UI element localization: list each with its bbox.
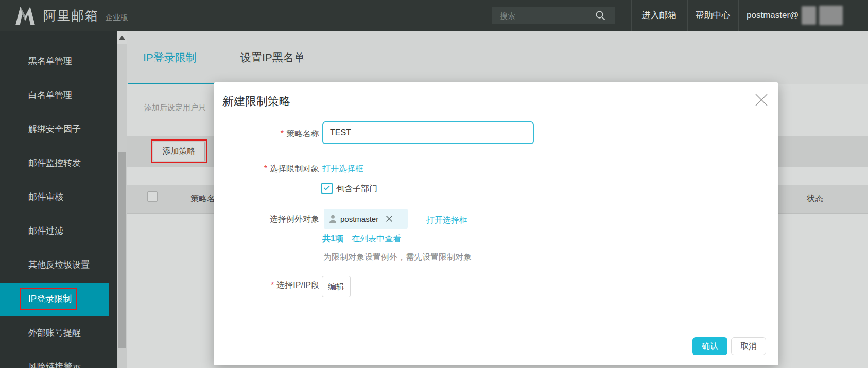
open-selector-link-restrict[interactable]: 打开选择框 [322, 164, 363, 174]
cancel-button[interactable]: 取消 [731, 337, 766, 355]
logo-text: 阿里邮箱 [43, 7, 99, 24]
tab-bar: IP登录限制 设置IP黑名单 [127, 31, 868, 84]
exception-target-label: 选择例外对象 [255, 214, 319, 225]
sidebar-item-unbind-factor[interactable]: 解绑安全因子 [28, 123, 81, 135]
exception-user-tag: postmaster [324, 209, 408, 229]
tab-ip-login-restriction[interactable]: IP登录限制 [143, 50, 197, 65]
help-center-link[interactable]: 帮助中心 [687, 0, 738, 31]
column-policy-name: 策略名 [190, 194, 215, 204]
edit-ip-button[interactable]: 编辑 [322, 276, 351, 297]
required-asterisk: * [281, 129, 284, 138]
select-all-checkbox[interactable] [147, 191, 158, 202]
topbar: 阿里邮箱 企业版 进入邮箱 帮助中心 postmaster@ [0, 0, 868, 31]
ip-range-label: *选择IP/IP段 [255, 280, 319, 291]
tab-ip-blacklist[interactable]: 设置IP黑名单 [240, 50, 305, 65]
triangle-up-icon [119, 36, 125, 40]
sidebar-item-blacklist[interactable]: 黑名单管理 [28, 55, 72, 67]
sidebar-scrollbar[interactable] [117, 31, 127, 368]
account-blur [802, 6, 816, 25]
sidebar-item-external-account[interactable]: 外部账号提醒 [28, 327, 81, 339]
account-email: postmaster@ [747, 10, 798, 21]
include-subdepartment-label: 包含子部门 [336, 184, 377, 195]
search-input[interactable] [492, 7, 595, 24]
screen: 阿里邮箱 企业版 进入邮箱 帮助中心 postmaster@ 黑名单管理 白名单… [0, 0, 868, 368]
sidebar-item-antispam-other[interactable]: 其他反垃圾设置 [28, 259, 90, 271]
intro-text: 添加后设定用户只 [144, 103, 206, 113]
search-icon[interactable] [595, 10, 606, 21]
exception-user-name: postmaster [340, 215, 378, 223]
policy-name-input[interactable] [322, 121, 534, 144]
sidebar-item-whitelist[interactable]: 白名单管理 [28, 89, 72, 101]
sidebar: 黑名单管理 白名单管理 解绑安全因子 邮件监控转发 邮件审核 邮件过滤 其他反垃… [0, 31, 117, 368]
logo: 阿里邮箱 企业版 [13, 5, 128, 26]
enter-mailbox-link[interactable]: 进入邮箱 [631, 0, 687, 31]
sidebar-item-mail-monitor[interactable]: 邮件监控转发 [28, 157, 81, 169]
mail-logo-m-icon [13, 6, 37, 25]
include-subdepartment-checkbox[interactable] [321, 183, 333, 194]
restrict-target-label: *选择限制对象 [255, 164, 319, 174]
scrollbar-thumb[interactable] [118, 152, 126, 348]
modal-title: 新建限制策略 [222, 94, 290, 109]
new-restriction-policy-modal: 新建限制策略 *策略名称 *选择限制对象 打开选择框 包含子部门 选择例外对象 [214, 82, 778, 365]
column-status: 状态 [807, 194, 823, 204]
account-blur [819, 6, 843, 25]
sidebar-item-mail-audit[interactable]: 邮件审核 [28, 191, 63, 203]
policy-name-label: *策略名称 [255, 129, 319, 139]
required-asterisk: * [264, 164, 267, 173]
checkmark-icon [323, 184, 329, 190]
active-tab-underline [128, 83, 223, 84]
close-icon[interactable] [754, 93, 769, 107]
exception-count: 共1项 [322, 234, 343, 244]
topbar-divider [738, 0, 739, 31]
sidebar-item-ip-login-restriction[interactable]: IP登录限制 [28, 293, 72, 305]
scrollbar-up-button[interactable] [117, 31, 127, 44]
account-menu[interactable]: postmaster@ [747, 0, 843, 31]
confirm-button[interactable]: 确认 [692, 337, 727, 355]
person-icon [329, 215, 337, 223]
view-in-list-link[interactable]: 在列表中查看 [352, 234, 401, 244]
sidebar-item-mail-filter[interactable]: 邮件过滤 [28, 225, 63, 237]
exception-hint-text: 为限制对象设置例外，需先设置限制对象 [323, 252, 472, 263]
logo-badge: 企业版 [105, 13, 128, 23]
add-policy-button[interactable]: 添加策略 [153, 142, 205, 161]
sidebar-item-risk-link-alert[interactable]: 风险链接警示 [28, 361, 81, 368]
search-box[interactable] [492, 7, 615, 24]
remove-tag-icon[interactable] [386, 215, 393, 222]
open-selector-link-exception[interactable]: 打开选择框 [426, 215, 467, 226]
required-asterisk: * [271, 281, 274, 289]
